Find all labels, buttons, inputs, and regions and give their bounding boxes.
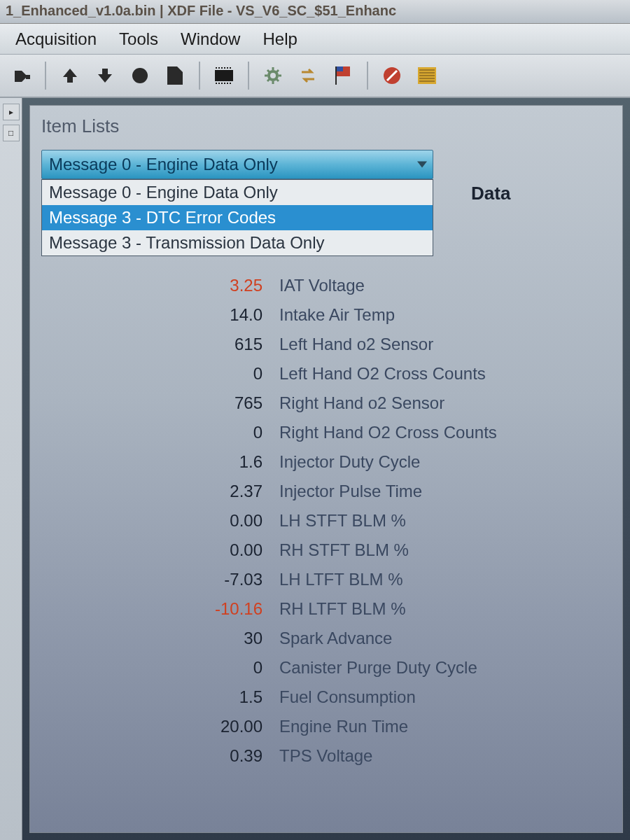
raw-icon[interactable]	[413, 62, 441, 90]
data-label: Engine Run Time	[279, 717, 408, 736]
data-label: Right Hand o2 Sensor	[279, 393, 444, 413]
dropdown-selected-label: Message 0 - Engine Data Only	[49, 155, 278, 174]
sidebar-collapse-button[interactable]: ▸	[3, 104, 20, 120]
workspace: ▸ □ Item Lists Message 0 - Engine Data O…	[0, 98, 630, 840]
sidebar-button[interactable]: □	[3, 125, 20, 141]
toolbar-separator	[248, 62, 249, 90]
data-label: IAT Voltage	[279, 276, 365, 295]
svg-point-2	[269, 71, 277, 80]
data-row[interactable]: -10.16RH LTFT BLM %	[41, 599, 611, 629]
data-row[interactable]: 0.00LH STFT BLM %	[41, 511, 611, 540]
data-label: TPS Voltage	[279, 746, 372, 766]
data-label: Injector Pulse Time	[279, 482, 422, 501]
data-value: 0	[41, 658, 279, 678]
dropdown-option[interactable]: Message 3 - Transmission Data Only	[42, 230, 433, 255]
data-row[interactable]: 0.00RH STFT BLM %	[41, 540, 611, 570]
menu-acquisition[interactable]: Acquisition	[6, 27, 106, 52]
data-value: 0	[41, 364, 279, 384]
data-label: Fuel Consumption	[279, 687, 416, 707]
data-label: Right Hand O2 Cross Counts	[279, 423, 497, 442]
data-label: Left Hand o2 Sensor	[279, 335, 433, 354]
data-label: RH STFT BLM %	[279, 540, 409, 560]
data-value: -10.16	[41, 599, 279, 619]
data-value: 2.37	[41, 482, 279, 501]
data-row[interactable]: 2.37Injector Pulse Time	[41, 482, 611, 511]
left-sidebar: ▸ □	[0, 98, 22, 840]
data-value: 3.25	[41, 276, 279, 295]
data-label: Spark Advance	[279, 629, 392, 648]
data-row[interactable]: -7.03LH LTFT BLM %	[41, 570, 611, 599]
data-row[interactable]: 615Left Hand o2 Sensor	[41, 335, 611, 364]
data-value: 615	[41, 335, 279, 354]
chip-icon[interactable]	[210, 62, 238, 90]
data-row[interactable]: 20.00Engine Run Time	[41, 717, 611, 746]
data-row[interactable]: 30Spark Advance	[41, 629, 611, 658]
chevron-down-icon	[417, 162, 427, 168]
toolbar-separator	[45, 62, 46, 90]
data-value: 14.0	[41, 305, 279, 325]
svg-rect-1	[215, 70, 233, 81]
connector-icon[interactable]	[7, 62, 35, 90]
data-value: 1.5	[41, 687, 279, 707]
data-label: Intake Air Temp	[279, 305, 395, 325]
column-header-data: Data	[471, 183, 510, 204]
item-lists-panel: Item Lists Message 0 - Engine Data Only …	[29, 105, 623, 833]
data-row[interactable]: 0Right Hand O2 Cross Counts	[41, 423, 611, 452]
toolbar	[0, 55, 630, 98]
data-value: 0.00	[41, 540, 279, 560]
gear-icon[interactable]	[259, 62, 287, 90]
data-row[interactable]: 765Right Hand o2 Sensor	[41, 393, 611, 423]
down-arrow-icon[interactable]	[91, 62, 119, 90]
data-label: Injector Duty Cycle	[279, 452, 420, 472]
svg-rect-4	[336, 66, 343, 71]
menu-help[interactable]: Help	[253, 27, 307, 52]
data-value: 0.39	[41, 746, 279, 766]
message-dropdown[interactable]: Message 0 - Engine Data Only Message 0 -…	[41, 150, 433, 179]
data-row[interactable]: 3.25IAT Voltage	[41, 276, 611, 305]
data-label: RH LTFT BLM %	[279, 599, 405, 619]
menu-tools[interactable]: Tools	[109, 27, 168, 52]
data-label: Canister Purge Duty Cycle	[279, 658, 477, 678]
stop-icon[interactable]	[378, 62, 406, 90]
panel-title: Item Lists	[41, 115, 611, 137]
data-row[interactable]: 14.0Intake Air Temp	[41, 305, 611, 335]
data-table: 3.25IAT Voltage14.0Intake Air Temp615Lef…	[41, 276, 611, 776]
swap-icon[interactable]	[294, 62, 322, 90]
document-icon[interactable]	[161, 62, 189, 90]
data-value: 30	[41, 629, 279, 648]
data-value: 0.00	[41, 511, 279, 531]
data-label: LH STFT BLM %	[279, 511, 406, 531]
menu-bar: Acquisition Tools Window Help	[0, 24, 630, 55]
data-row[interactable]: 1.5Fuel Consumption	[41, 687, 611, 717]
data-row[interactable]: 0Canister Purge Duty Cycle	[41, 658, 611, 687]
dropdown-option[interactable]: Message 3 - DTC Error Codes	[42, 205, 433, 230]
data-label: Left Hand O2 Cross Counts	[279, 364, 486, 384]
toolbar-separator	[199, 62, 200, 90]
title-bar: 1_Enhanced_v1.0a.bin | XDF File - VS_V6_…	[0, 0, 630, 24]
data-label: LH LTFT BLM %	[279, 570, 402, 589]
up-arrow-icon[interactable]	[56, 62, 84, 90]
data-value: 1.6	[41, 452, 279, 472]
data-row[interactable]: 0.39TPS Voltage	[41, 746, 611, 776]
data-row[interactable]: 1.6Injector Duty Cycle	[41, 452, 611, 482]
toolbar-separator	[367, 62, 368, 90]
dropdown-selected[interactable]: Message 0 - Engine Data Only	[41, 150, 433, 179]
flag-icon[interactable]	[329, 62, 357, 90]
data-value: 0	[41, 423, 279, 442]
svg-point-0	[132, 68, 148, 83]
dropdown-list: Message 0 - Engine Data OnlyMessage 3 - …	[41, 179, 433, 256]
data-value: 765	[41, 393, 279, 413]
data-value: -7.03	[41, 570, 279, 589]
dropdown-option[interactable]: Message 0 - Engine Data Only	[42, 180, 433, 205]
data-value: 20.00	[41, 717, 279, 736]
data-row[interactable]: 0Left Hand O2 Cross Counts	[41, 364, 611, 393]
menu-window[interactable]: Window	[171, 27, 250, 52]
record-icon[interactable]	[126, 62, 154, 90]
